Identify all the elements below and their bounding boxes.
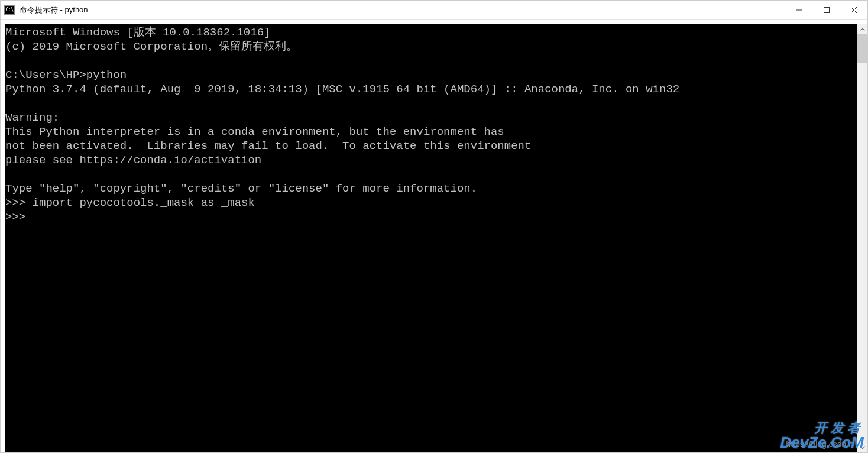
window: C:\ 命令提示符 - python Microsoft Windows [版本… (0, 0, 868, 453)
chevron-up-icon (860, 27, 865, 32)
svg-rect-1 (824, 7, 830, 12)
cmd-icon: C:\ (4, 5, 15, 15)
scroll-down-button[interactable] (857, 442, 867, 452)
chevron-down-icon (860, 445, 865, 450)
svg-rect-0 (796, 9, 802, 10)
terminal-output[interactable]: Microsoft Windows [版本 10.0.18362.1016] (… (5, 24, 857, 452)
scrollbar-thumb[interactable] (857, 34, 867, 63)
minimize-button[interactable] (786, 1, 813, 19)
console-area: Microsoft Windows [版本 10.0.18362.1016] (… (1, 20, 867, 452)
close-button[interactable] (840, 1, 867, 19)
scroll-up-button[interactable] (857, 24, 867, 34)
minimize-icon (796, 7, 802, 13)
scrollbar-track[interactable] (857, 34, 867, 442)
titlebar[interactable]: C:\ 命令提示符 - python (1, 1, 867, 20)
window-controls (786, 1, 867, 19)
close-icon (851, 7, 857, 13)
maximize-button[interactable] (813, 1, 840, 19)
maximize-icon (824, 7, 830, 13)
window-title: 命令提示符 - python (20, 5, 786, 15)
vertical-scrollbar[interactable] (857, 24, 867, 452)
